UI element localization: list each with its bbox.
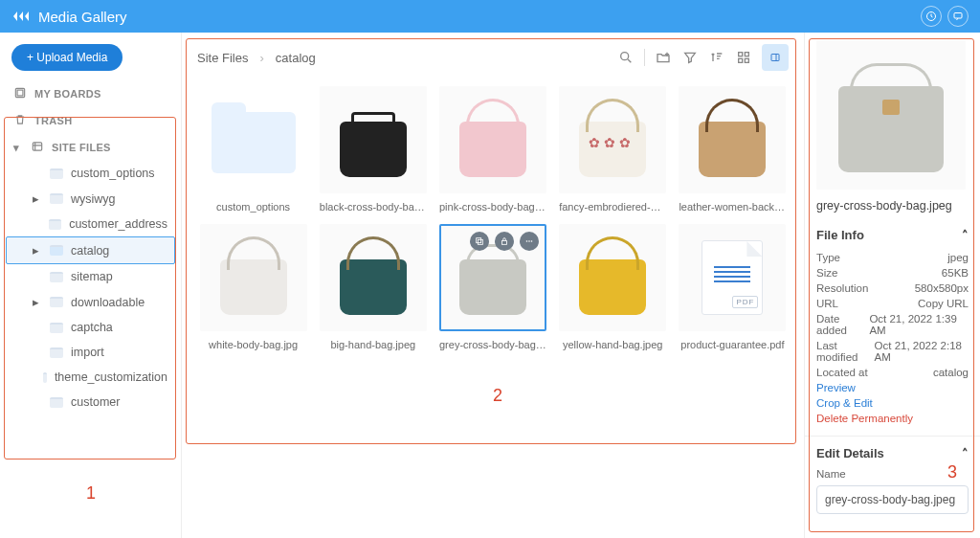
sidebar-item-downloadable[interactable]: ▸downloadable: [6, 289, 175, 315]
sidebar-item-import[interactable]: import: [6, 340, 175, 365]
bag-thumbnail: [579, 259, 646, 315]
tile-folder[interactable]: custom_options: [197, 86, 309, 213]
name-field-label: Name: [816, 468, 969, 480]
nav-section-label: MY BOARDS: [34, 88, 101, 100]
sidebar-item-theme-customization[interactable]: theme_customization: [6, 365, 175, 390]
sidebar-item-captcha[interactable]: captcha: [6, 315, 175, 340]
logo-icon: [11, 9, 31, 24]
clock-icon[interactable]: [921, 6, 942, 27]
nav-section-label: SITE FILES: [52, 142, 111, 153]
tile-image[interactable]: leather-women-backpac...: [677, 86, 789, 213]
info-value: jpeg: [947, 252, 969, 263]
bag-thumbnail: [699, 122, 766, 177]
edit-details-header[interactable]: Edit Details ˄: [816, 446, 969, 460]
sidebar-item-label: captcha: [71, 321, 113, 334]
tile-image[interactable]: black-cross-body-bag.jpeg: [317, 86, 429, 213]
search-icon[interactable]: [617, 49, 635, 66]
breadcrumb-root[interactable]: Site Files: [197, 51, 248, 65]
folder-icon: [50, 323, 63, 333]
bag-thumbnail: [340, 122, 407, 177]
svg-rect-9: [745, 58, 748, 62]
toolbar: Site Files › catalog: [191, 40, 794, 80]
sort-icon[interactable]: [708, 49, 725, 66]
app-title: Media Gallery: [38, 9, 127, 25]
nav-section-trash[interactable]: TRASH: [6, 107, 175, 134]
tile-image[interactable]: pink-cross-body-bag.jpeg: [436, 86, 548, 213]
upload-media-button[interactable]: + Upload Media: [11, 44, 122, 71]
location-link[interactable]: catalog: [933, 367, 969, 378]
name-input[interactable]: [816, 485, 969, 514]
info-key: Resolution: [816, 282, 868, 294]
folder-icon: [49, 219, 61, 230]
tile-label: leather-women-backpac...: [679, 201, 786, 213]
grid-view-icon[interactable]: [735, 49, 752, 66]
new-folder-icon[interactable]: [655, 49, 672, 66]
svg-rect-13: [501, 241, 506, 245]
file-name: grey-cross-body-bag.jpeg: [816, 199, 969, 213]
annotation-number-2: 2: [493, 386, 502, 406]
info-value: 580x580px: [915, 282, 969, 294]
chevron-up-icon: ˄: [962, 446, 969, 460]
svg-rect-12: [477, 238, 481, 243]
tile-label: black-cross-body-bag.jpeg: [320, 201, 427, 213]
sidebar-item-label: theme_customization: [55, 370, 167, 384]
sidebar-item-customer-address[interactable]: customer_address: [6, 212, 175, 236]
delete-permanently-link[interactable]: Delete Permanently: [816, 413, 913, 424]
trash-icon: [13, 113, 27, 128]
section-title: File Info: [816, 228, 864, 242]
chevron-up-icon: ˄: [962, 228, 969, 242]
svg-point-16: [531, 240, 533, 242]
bag-thumbnail: [459, 122, 526, 177]
sidebar-item-sitemap[interactable]: sitemap: [6, 264, 175, 289]
svg-rect-11: [478, 239, 482, 244]
sidebar-item-catalog[interactable]: ▸catalog: [6, 236, 175, 264]
tile-pdf[interactable]: PDF product-guarantee.pdf: [677, 224, 789, 350]
folder-icon: [50, 245, 63, 256]
copy-url-link[interactable]: Copy URL: [918, 298, 969, 309]
file-grid: custom_options black-cross-body-bag.jpeg…: [191, 80, 794, 356]
sidebar-item-wysiwyg[interactable]: ▸wysiwyg: [6, 186, 175, 212]
tile-image[interactable]: fancy-embrodiered-hand...: [557, 86, 669, 213]
details-panel-toggle-icon[interactable]: [762, 44, 789, 71]
info-key: Type: [816, 252, 840, 263]
nav-section-site-files[interactable]: ▾ SITE FILES: [6, 134, 175, 161]
tile-image[interactable]: white-body-bag.jpg: [197, 224, 309, 350]
svg-rect-10: [771, 55, 779, 61]
tile-image-selected[interactable]: grey-cross-body-bag.jpeg: [436, 224, 548, 350]
divider: [644, 49, 645, 66]
svg-rect-4: [33, 143, 41, 150]
clasp-icon: [882, 100, 900, 115]
tile-image[interactable]: big-hand-bag.jpeg: [317, 224, 429, 350]
info-value: Oct 21, 2022 1:39 AM: [869, 313, 969, 336]
svg-point-5: [621, 53, 629, 60]
folder-icon: [50, 193, 63, 204]
folder-icon: [212, 112, 296, 173]
sidebar-item-label: custom_options: [71, 167, 155, 180]
tile-label: big-hand-bag.jpeg: [330, 339, 415, 350]
preview-link[interactable]: Preview: [816, 382, 856, 393]
sidebar-item-label: catalog: [71, 244, 109, 258]
tile-image[interactable]: yellow-hand-bag.jpeg: [557, 224, 669, 350]
app-header: Media Gallery: [0, 0, 980, 33]
sidebar-item-custom-options[interactable]: custom_options: [6, 161, 175, 186]
copy-icon[interactable]: [470, 232, 489, 251]
crop-edit-link[interactable]: Crop & Edit: [816, 397, 873, 409]
svg-point-15: [528, 240, 530, 242]
more-icon[interactable]: [520, 232, 539, 251]
comment-icon[interactable]: [947, 6, 969, 27]
bag-thumbnail: [220, 259, 287, 315]
chevron-right-icon: ▸: [33, 295, 42, 309]
lock-icon[interactable]: [495, 232, 514, 251]
details-panel: grey-cross-body-bag.jpeg File Info ˄ Typ…: [804, 33, 980, 538]
filter-icon[interactable]: [681, 49, 699, 66]
file-info-header[interactable]: File Info ˄: [816, 228, 969, 242]
tile-label: fancy-embrodiered-hand...: [559, 201, 666, 213]
boards-icon: [13, 86, 27, 101]
nav-section-my-boards[interactable]: MY BOARDS: [6, 80, 175, 107]
sidebar-item-customer[interactable]: customer: [6, 390, 175, 415]
folder-icon: [50, 397, 63, 408]
sidebar-item-label: customer: [71, 395, 120, 409]
folder-tree: custom_options ▸wysiwyg customer_address…: [6, 161, 175, 415]
folder-icon: [43, 372, 47, 383]
file-preview: [816, 40, 966, 190]
